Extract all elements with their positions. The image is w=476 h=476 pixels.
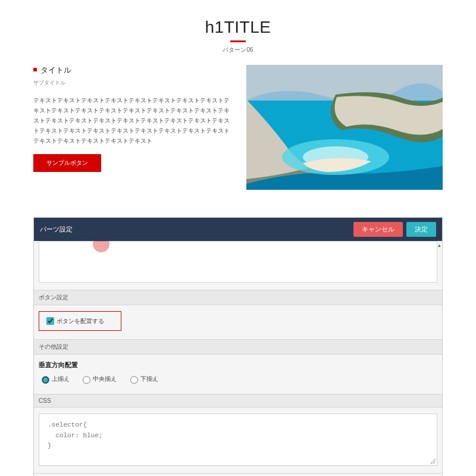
valign-middle-option[interactable]: 中央揃え (80, 374, 117, 384)
page-title: h1TITLE (33, 18, 443, 37)
valign-top-label: 上揃え (52, 375, 70, 383)
section-title-row: タイトル (33, 65, 232, 76)
css-content: .selector{ color: blue; } (48, 421, 102, 449)
section-subtitle: サブタイトル (33, 79, 232, 87)
valign-bottom-option[interactable]: 下揃え (127, 374, 158, 384)
two-column-layout: タイトル サブタイトル テキストテキストテキストテキストテキストテキストテキスト… (33, 65, 443, 190)
valign-bottom-radio[interactable] (130, 376, 138, 384)
title-underline (230, 40, 246, 42)
valign-middle-label: 中央揃え (93, 375, 117, 383)
placeholder-circle-icon (93, 241, 109, 252)
panel-body: ▴ ボタン設定 ボタンを配置する その他設定 垂直方向配置 上揃え (34, 241, 442, 476)
button-settings-label: ボタン設定 (34, 290, 442, 305)
valign-top-option[interactable]: 上揃え (39, 374, 70, 384)
place-button-checkbox[interactable]: ボタンを配置する (44, 315, 104, 327)
other-settings-body: 垂直方向配置 上揃え 中央揃え 下揃え (34, 355, 442, 394)
beach-cove-image (246, 65, 443, 190)
valign-radio-group: 上揃え 中央揃え 下揃え (39, 374, 437, 386)
other-settings-label: その他設定 (34, 339, 442, 355)
cancel-button[interactable]: キャンセル (353, 222, 403, 237)
resize-handle-icon[interactable] (430, 458, 436, 464)
section-title: タイトル (40, 65, 71, 74)
panel-header: パーツ設定 キャンセル 決定 (34, 218, 442, 241)
image-column (246, 65, 443, 190)
valign-bottom-label: 下揃え (140, 375, 158, 383)
settings-panel: パーツ設定 キャンセル 決定 ▴ ボタン設定 ボタンを配置する その他設定 垂直… (33, 217, 443, 476)
ok-button[interactable]: 決定 (406, 222, 436, 237)
hero: h1TITLE パターン06 (33, 18, 443, 54)
css-textarea[interactable]: .selector{ color: blue; } (39, 414, 437, 466)
valign-middle-radio[interactable] (83, 376, 90, 384)
scroll-up-icon[interactable]: ▴ (438, 242, 441, 248)
preview-box (39, 241, 437, 283)
button-settings-body: ボタンを配置する (34, 305, 442, 339)
highlighted-option: ボタンを配置する (39, 311, 121, 331)
valign-heading: 垂直方向配置 (39, 361, 437, 369)
sample-button[interactable]: サンプルボタン (33, 154, 101, 172)
text-column: タイトル サブタイトル テキストテキストテキストテキストテキストテキストテキスト… (33, 65, 232, 190)
place-button-input[interactable] (46, 317, 54, 325)
panel-title: パーツ設定 (40, 225, 73, 234)
body-text: テキストテキストテキストテキストテキストテキストテキストテキストテキストテキスト… (33, 95, 232, 146)
css-section-label: CSS (34, 394, 442, 408)
valign-top-radio[interactable] (42, 376, 49, 384)
pattern-label: パターン06 (33, 46, 443, 54)
place-button-label: ボタンを配置する (57, 317, 104, 325)
preview-area: h1TITLE パターン06 タイトル サブタイトル テキストテキストテキストテ… (0, 0, 476, 199)
square-bullet-icon (33, 68, 37, 71)
panel-footer: « デザイン設定へ (34, 473, 442, 476)
